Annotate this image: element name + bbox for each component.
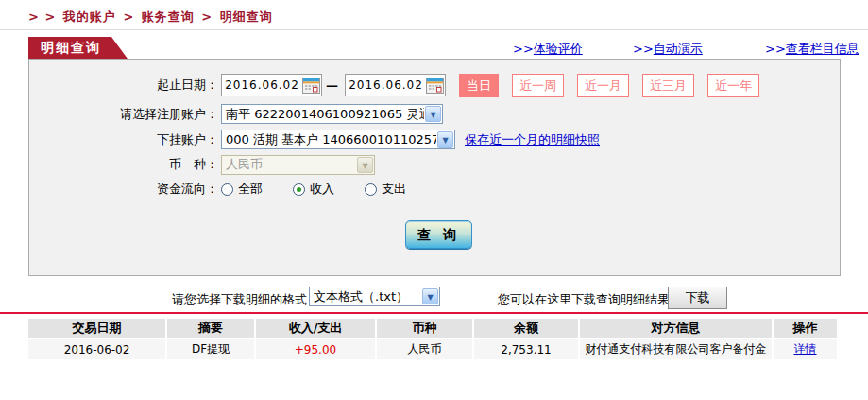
download-format-label: 请您选择下载明细的格式 <box>172 291 307 308</box>
fund-flow-option-expense[interactable]: 支出 <box>365 181 406 198</box>
table-header-row: 交易日期 摘要 收入/支出 币种 余额 对方信息 操作 <box>28 319 837 339</box>
col-header-summary: 摘要 <box>166 319 255 339</box>
link-arrows: >> <box>765 42 786 56</box>
sub-account-label: 下挂账户： <box>29 131 218 148</box>
quick-range-today-button[interactable]: 当日 <box>459 74 499 97</box>
sub-account-select[interactable]: 000 活期 基本户 1406600101102571848 ▼ <box>221 130 455 149</box>
cell-balance: 2,753.11 <box>473 339 579 359</box>
breadcrumb-item-my-account[interactable]: 我的账户 <box>63 9 116 24</box>
breadcrumb-separator: > <box>201 9 213 24</box>
quick-range-month-button[interactable]: 近一月 <box>577 74 629 97</box>
fund-flow-option-income[interactable]: 收入 <box>293 181 334 198</box>
fund-flow-option-all[interactable]: 全部 <box>221 181 263 198</box>
radio-unchecked-icon[interactable] <box>221 183 233 196</box>
calendar-icon[interactable] <box>302 78 320 94</box>
col-header-counterparty: 对方信息 <box>579 319 773 339</box>
query-button[interactable]: 查 询 <box>405 220 472 249</box>
date-range-row: 起止日期： 2016.06.02 — 2016.06.02 <box>29 73 759 97</box>
col-header-currency: 币种 <box>376 319 473 339</box>
cell-action: 详情 <box>773 339 837 359</box>
cell-amount: +95.00 <box>255 339 376 359</box>
chevron-down-icon[interactable]: ▼ <box>425 106 441 122</box>
currency-value: 人民币 <box>222 156 356 173</box>
cell-summary: DF提现 <box>166 339 255 359</box>
sub-account-row: 下挂账户： 000 活期 基本户 1406600101102571848 ▼ 保… <box>29 129 600 150</box>
col-header-balance: 余额 <box>473 319 579 339</box>
chevron-down-icon[interactable]: ▼ <box>437 131 453 148</box>
start-date-input[interactable]: 2016.06.02 <box>221 74 322 96</box>
register-account-label: 请选择注册账户： <box>29 106 218 123</box>
fund-flow-label: 资金流向： <box>29 181 218 198</box>
cell-currency: 人民币 <box>376 339 473 359</box>
col-header-action: 操作 <box>773 319 837 339</box>
quick-range-year-button[interactable]: 近一年 <box>707 74 759 97</box>
detail-link[interactable]: 详情 <box>794 342 817 356</box>
tab-detail-query: 明细查询 <box>28 37 128 59</box>
table-row: 2016-06-02 DF提现 +95.00 人民币 2,753.11 财付通支… <box>28 339 837 359</box>
fund-flow-option-income-label: 收入 <box>310 181 334 198</box>
download-format-value: 文本格式（.txt） <box>310 288 421 305</box>
table-top-divider <box>0 312 868 314</box>
link-auto-demo[interactable]: >>自动演示 <box>633 41 703 58</box>
register-account-row: 请选择注册账户： 南平 6222001406100921065 灵通卡 ▼ <box>29 103 443 125</box>
register-account-value: 南平 6222001406100921065 灵通卡 <box>222 106 424 123</box>
calendar-icon[interactable] <box>426 78 444 94</box>
query-form-panel: 起止日期： 2016.06.02 — 2016.06.02 <box>28 59 841 276</box>
detail-query-page: > > 我的账户 > 账务查询 > 明细查询 明细查询 >>体验评价 >>自动演… <box>0 0 868 400</box>
currency-label: 币 种： <box>29 156 218 173</box>
fund-flow-option-all-label: 全部 <box>238 181 263 198</box>
date-range-label: 起止日期： <box>29 77 218 94</box>
fund-flow-row: 资金流向： 全部 收入 支出 <box>29 180 406 199</box>
fund-flow-option-expense-label: 支出 <box>382 181 406 198</box>
register-account-select[interactable]: 南平 6222001406100921065 灵通卡 ▼ <box>221 104 443 124</box>
date-range-dash: — <box>326 78 338 93</box>
end-date-value: 2016.06.02 <box>346 78 426 92</box>
radio-checked-icon[interactable] <box>293 183 305 196</box>
save-snapshot-link[interactable]: 保存近一个月的明细快照 <box>465 131 600 148</box>
link-arrows: >> <box>633 42 654 56</box>
chevron-down-icon: ▼ <box>357 157 373 173</box>
breadcrumb-prefix: > > <box>28 9 56 24</box>
breadcrumb-item-detail-query[interactable]: 明细查询 <box>220 9 273 24</box>
col-header-date: 交易日期 <box>28 319 166 339</box>
download-format-select[interactable]: 文本格式（.txt） ▼ <box>309 287 440 306</box>
link-view-column-info[interactable]: >>查看栏目信息 <box>765 41 859 58</box>
breadcrumb-separator: > <box>123 9 134 24</box>
link-experience-rating[interactable]: >>体验评价 <box>513 41 583 58</box>
quick-range-week-button[interactable]: 近一周 <box>512 74 564 97</box>
radio-unchecked-icon[interactable] <box>365 183 377 196</box>
breadcrumb-divider <box>0 29 868 30</box>
currency-select: 人民币 ▼ <box>221 155 375 175</box>
breadcrumb-item-account-query[interactable]: 账务查询 <box>142 9 195 24</box>
chevron-down-icon[interactable]: ▼ <box>422 288 438 304</box>
currency-row: 币 种： 人民币 ▼ <box>29 154 375 175</box>
cell-date: 2016-06-02 <box>28 339 166 359</box>
transaction-table: 交易日期 摘要 收入/支出 币种 余额 对方信息 操作 2016-06-02 D… <box>28 319 837 359</box>
download-result-label: 您可以在这里下载查询明细结果 <box>498 291 670 308</box>
sub-account-value: 000 活期 基本户 1406600101102571848 <box>222 131 436 148</box>
breadcrumb: > > 我的账户 > 账务查询 > 明细查询 <box>28 9 275 26</box>
link-arrows: >> <box>513 42 534 56</box>
start-date-value: 2016.06.02 <box>222 78 302 92</box>
cell-counterparty: 财付通支付科技有限公司客户备付金 <box>579 339 773 359</box>
quick-range-quarter-button[interactable]: 近三月 <box>642 74 694 97</box>
col-header-amount: 收入/支出 <box>255 319 376 339</box>
end-date-input[interactable]: 2016.06.02 <box>345 74 446 96</box>
download-button[interactable]: 下载 <box>668 287 727 309</box>
